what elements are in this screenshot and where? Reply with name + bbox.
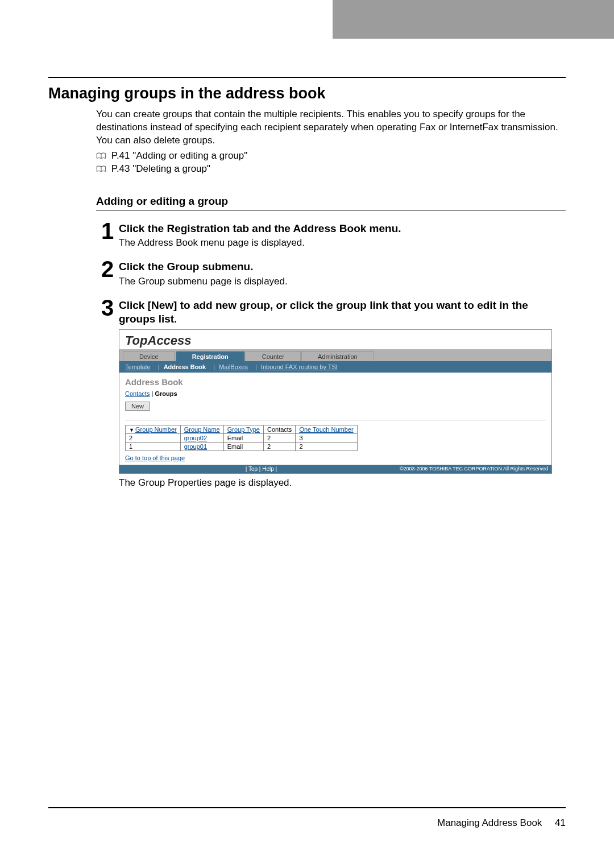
- footer-rule: [48, 807, 566, 808]
- app-logo: TopAccess: [119, 330, 551, 349]
- ref-line-1: P.41 "Adding or editing a group": [96, 150, 566, 163]
- step-3: 3 Click [New] to add new group, or click…: [96, 297, 566, 489]
- col-contacts: Contacts: [267, 426, 292, 433]
- groups-table: ▼Group Number Group Name Group Type Cont…: [125, 425, 358, 451]
- subheading: Adding or editing a group: [96, 195, 566, 208]
- subnav-inbound-fax[interactable]: Inbound FAX routing by TSI: [261, 363, 338, 370]
- ref-1-text: P.41 "Adding or editing a group": [111, 150, 248, 161]
- screenshot-caption: The Group Properties page is displayed.: [119, 477, 566, 489]
- col-group-name[interactable]: Group Name: [184, 426, 220, 433]
- page-number: 41: [555, 817, 566, 828]
- step-number: 2: [96, 259, 119, 279]
- ref-2-text: P.43 "Deleting a group": [111, 163, 210, 174]
- sub-rule: [96, 210, 566, 210]
- step-number: 3: [96, 297, 119, 318]
- page-heading: Address Book: [125, 377, 546, 387]
- subnav-mailboxes[interactable]: MailBoxes: [219, 363, 248, 370]
- go-to-top-link[interactable]: Go to top of this page: [125, 454, 185, 461]
- footer-links[interactable]: | Top | Help |: [123, 466, 400, 472]
- table-row: 1 group01 Email 2 2: [126, 442, 358, 450]
- step-2-title: Click the Group submenu.: [119, 260, 566, 274]
- intro-paragraph: You can create groups that contain the m…: [96, 108, 566, 147]
- breadcrumb-groups: Groups: [155, 390, 177, 397]
- top-rule: [48, 77, 566, 78]
- step-1: 1 Click the Registration tab and the Add…: [96, 221, 566, 250]
- step-number: 1: [96, 221, 119, 241]
- footer-text: Managing Address Book: [437, 817, 542, 828]
- cell-group-number: 2: [126, 433, 181, 442]
- cell-contacts: 2: [263, 442, 295, 450]
- step-1-title: Click the Registration tab and the Addre…: [119, 222, 566, 235]
- step-2-text: The Group submenu page is displayed.: [119, 276, 566, 287]
- tab-administration[interactable]: Administration: [301, 351, 374, 361]
- cell-one-touch: 2: [296, 442, 357, 450]
- step-2: 2 Click the Group submenu. The Group sub…: [96, 259, 566, 288]
- app-screenshot: TopAccess Device Registration Counter Ad…: [119, 329, 552, 474]
- table-row: 2 group02 Email 2 3: [126, 433, 358, 442]
- tab-counter[interactable]: Counter: [246, 351, 301, 361]
- cell-group-type: Email: [223, 442, 263, 450]
- tab-registration[interactable]: Registration: [176, 351, 245, 361]
- subnav-template[interactable]: Template: [125, 363, 151, 370]
- book-icon: [96, 152, 106, 159]
- subnav-address-book[interactable]: Address Book: [164, 363, 206, 370]
- group-link[interactable]: group02: [184, 435, 207, 441]
- cell-contacts: 2: [263, 433, 295, 442]
- page-footer: Managing Address Book 41: [48, 813, 566, 829]
- col-group-type[interactable]: Group Type: [227, 426, 260, 433]
- step-1-text: The Address Book menu page is displayed.: [119, 237, 566, 249]
- step-3-title: Click [New] to add new group, or click t…: [119, 299, 566, 326]
- breadcrumb: Contacts | Groups: [125, 390, 546, 397]
- col-one-touch[interactable]: One Touch Number: [299, 426, 353, 433]
- tab-bar: Device Registration Counter Administrati…: [119, 349, 551, 361]
- tab-device[interactable]: Device: [123, 351, 175, 361]
- subnav-bar: Template | Address Book | MailBoxes | In…: [119, 361, 551, 373]
- section-title: Managing groups in the address book: [48, 85, 566, 102]
- ref-line-2: P.43 "Deleting a group": [96, 163, 566, 176]
- cell-group-number: 1: [126, 442, 181, 450]
- new-button[interactable]: New: [125, 402, 150, 411]
- cell-one-touch: 3: [296, 433, 357, 442]
- divider: [125, 420, 546, 420]
- sort-arrow-icon: ▼: [129, 427, 134, 433]
- book-icon: [96, 166, 106, 172]
- footer-copyright: ©2003-2006 TOSHIBA TEC CORPORATION All R…: [400, 466, 548, 472]
- table-header-row: ▼Group Number Group Name Group Type Cont…: [126, 425, 358, 433]
- group-link[interactable]: group01: [184, 443, 207, 450]
- col-group-number[interactable]: Group Number: [135, 426, 177, 433]
- app-footer: | Top | Help | ©2003-2006 TOSHIBA TEC CO…: [119, 465, 551, 473]
- breadcrumb-contacts[interactable]: Contacts: [125, 390, 150, 397]
- cell-group-type: Email: [223, 433, 263, 442]
- header-gray-block: [333, 0, 614, 39]
